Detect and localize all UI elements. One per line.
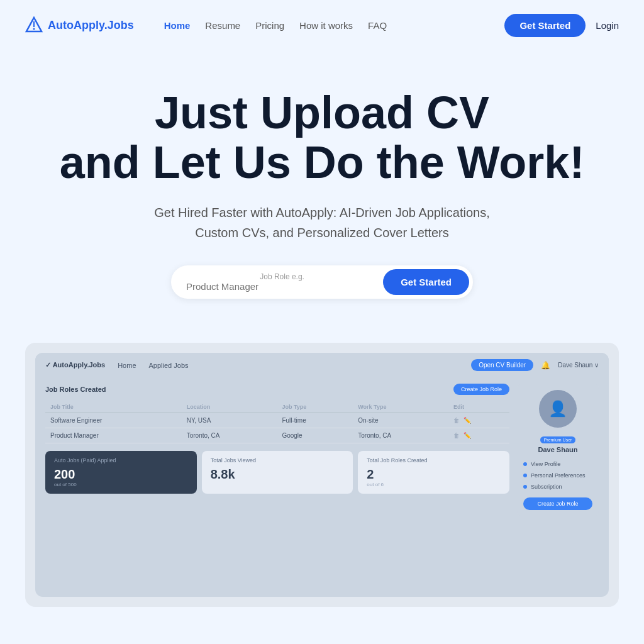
table-row: Software Engineer NY, USA Full-time On-s… bbox=[45, 413, 509, 428]
logo-icon bbox=[25, 16, 43, 34]
nav-link-home[interactable]: Home bbox=[164, 20, 191, 31]
stat-sub-roles: out of 6 bbox=[367, 482, 501, 487]
col-work-type: Work Type bbox=[353, 401, 448, 413]
nav-link-pricing[interactable]: Pricing bbox=[255, 20, 284, 31]
edit-icon-1[interactable]: ✏️ bbox=[464, 417, 471, 424]
avatar-image: 👤 bbox=[548, 400, 567, 418]
cell-job-type-2: Google bbox=[277, 428, 353, 443]
dashboard-sidebar: 👤 Premium User Dave Shaun View Profile P… bbox=[517, 384, 599, 516]
dashboard-inner: ✓ AutoApply.Jobs Home Applied Jobs Open … bbox=[35, 353, 609, 597]
table-body: Software Engineer NY, USA Full-time On-s… bbox=[45, 413, 509, 443]
profile-menu-subscription[interactable]: Subscription bbox=[523, 481, 592, 492]
search-input[interactable] bbox=[186, 281, 378, 292]
profile-menu-preferences[interactable]: Personal Preferences bbox=[523, 470, 592, 481]
hero-title-line2: and Let Us Do the Work! bbox=[60, 137, 585, 187]
stat-card-roles: Total Job Roles Created 2 out of 6 bbox=[358, 451, 509, 494]
stat-sub-applied: out of 500 bbox=[54, 482, 188, 487]
menu-label-view-profile: View Profile bbox=[531, 461, 560, 467]
stat-label-applied: Auto Jobs (Paid) Applied bbox=[54, 457, 188, 464]
profile-card: 👤 Premium User Dave Shaun View Profile P… bbox=[517, 384, 599, 516]
delete-icon-2[interactable]: 🗑 bbox=[453, 432, 460, 439]
stat-label-viewed: Total Jobs Viewed bbox=[211, 457, 345, 464]
hero-get-started-button[interactable]: Get Started bbox=[383, 269, 469, 295]
menu-label-preferences: Personal Preferences bbox=[531, 472, 586, 479]
nav-get-started-button[interactable]: Get Started bbox=[504, 14, 586, 37]
stat-value-viewed: 8.8k bbox=[211, 467, 345, 482]
search-label: Job Role e.g. bbox=[186, 272, 378, 281]
edit-icon-2[interactable]: ✏️ bbox=[464, 432, 471, 439]
svg-point-2 bbox=[33, 28, 35, 30]
menu-dot-icon-3 bbox=[523, 485, 527, 489]
dashboard-nav-home[interactable]: Home bbox=[118, 362, 136, 369]
nav-link-how-it-works[interactable]: How it works bbox=[299, 20, 353, 31]
dashboard-stats: Auto Jobs (Paid) Applied 200 out of 500 … bbox=[45, 451, 509, 494]
cell-work-type-1: On-site bbox=[353, 413, 448, 428]
dashboard-cv-builder-button[interactable]: Open CV Builder bbox=[471, 359, 533, 371]
col-job-title: Job Title bbox=[45, 401, 182, 413]
avatar: 👤 bbox=[539, 390, 577, 428]
dashboard-content: Job Roles Created Create Job Role Job Ti… bbox=[35, 377, 609, 523]
edit-icons-2: 🗑✏️ bbox=[453, 432, 504, 439]
nav-actions: Get Started Login bbox=[504, 14, 619, 37]
dashboard-main: Job Roles Created Create Job Role Job Ti… bbox=[45, 384, 509, 516]
nav-link-resume[interactable]: Resume bbox=[205, 20, 240, 31]
edit-icons-1: 🗑✏️ bbox=[453, 417, 504, 424]
menu-dot-icon bbox=[523, 462, 527, 466]
cell-job-title-1: Software Engineer bbox=[45, 413, 182, 428]
dashboard-navbar: ✓ AutoApply.Jobs Home Applied Jobs Open … bbox=[35, 353, 609, 377]
profile-create-role-button[interactable]: Create Job Role bbox=[523, 497, 592, 510]
col-location: Location bbox=[182, 401, 277, 413]
stat-value-roles: 2 bbox=[367, 467, 501, 482]
dashboard-user-name[interactable]: Dave Shaun ∨ bbox=[558, 362, 599, 369]
section-title-label: Job Roles Created bbox=[45, 386, 106, 393]
hero-subtitle: Get Hired Faster with AutoApply: AI-Driv… bbox=[140, 203, 504, 243]
dashboard-create-role-button[interactable]: Create Job Role bbox=[453, 384, 509, 395]
dashboard-bell-icon[interactable]: 🔔 bbox=[541, 361, 550, 370]
hero-title: Just Upload CV and Let Us Do the Work! bbox=[60, 88, 585, 187]
hero-section: Just Upload CV and Let Us Do the Work! G… bbox=[0, 50, 644, 330]
stat-card-viewed: Total Jobs Viewed 8.8k bbox=[202, 451, 353, 494]
menu-dot-icon-2 bbox=[523, 474, 527, 477]
hero-title-line1: Just Upload CV bbox=[155, 87, 489, 138]
dashboard-preview: ✓ AutoApply.Jobs Home Applied Jobs Open … bbox=[25, 343, 619, 607]
stat-value-applied: 200 bbox=[54, 467, 188, 482]
cell-edit-1[interactable]: 🗑✏️ bbox=[448, 413, 509, 428]
logo-text: AutoApply.Jobs bbox=[48, 19, 134, 32]
logo[interactable]: AutoApply.Jobs bbox=[25, 16, 134, 34]
cell-edit-2[interactable]: 🗑✏️ bbox=[448, 428, 509, 443]
search-input-wrap: Job Role e.g. bbox=[186, 272, 378, 292]
profile-name: Dave Shaun bbox=[523, 446, 592, 453]
menu-label-subscription: Subscription bbox=[531, 484, 562, 490]
cell-work-type-2: Toronto, CA bbox=[353, 428, 448, 443]
delete-icon-1[interactable]: 🗑 bbox=[453, 417, 460, 424]
nav-links: Home Resume Pricing How it works FAQ bbox=[164, 20, 485, 31]
col-edit: Edit bbox=[448, 401, 509, 413]
table-header-row: Job Title Location Job Type Work Type Ed… bbox=[45, 401, 509, 413]
table-header: Job Title Location Job Type Work Type Ed… bbox=[45, 401, 509, 413]
table-row: Product Manager Toronto, CA Google Toron… bbox=[45, 428, 509, 443]
search-bar: Job Role e.g. Get Started bbox=[171, 265, 473, 299]
profile-menu-view-profile[interactable]: View Profile bbox=[523, 458, 592, 470]
nav-link-faq[interactable]: FAQ bbox=[368, 20, 387, 31]
cell-job-type-1: Full-time bbox=[277, 413, 353, 428]
stat-card-applied: Auto Jobs (Paid) Applied 200 out of 500 bbox=[45, 451, 197, 494]
dashboard-section-title: Job Roles Created Create Job Role bbox=[45, 384, 509, 395]
stat-label-roles: Total Job Roles Created bbox=[367, 457, 501, 464]
navbar: AutoApply.Jobs Home Resume Pricing How i… bbox=[0, 0, 644, 50]
dashboard-table: Job Title Location Job Type Work Type Ed… bbox=[45, 401, 509, 443]
col-job-type: Job Type bbox=[277, 401, 353, 413]
cell-location-2: Toronto, CA bbox=[182, 428, 277, 443]
nav-login-button[interactable]: Login bbox=[596, 20, 619, 31]
cell-location-1: NY, USA bbox=[182, 413, 277, 428]
dashboard-logo: ✓ AutoApply.Jobs bbox=[45, 361, 105, 369]
premium-badge: Premium User bbox=[540, 436, 576, 443]
logo-jobs: .Jobs bbox=[104, 19, 134, 31]
dashboard-nav-applied[interactable]: Applied Jobs bbox=[149, 362, 189, 369]
logo-auto: AutoApply bbox=[48, 19, 104, 31]
dashboard-actions: Open CV Builder 🔔 Dave Shaun ∨ bbox=[471, 359, 599, 371]
cell-job-title-2: Product Manager bbox=[45, 428, 182, 443]
